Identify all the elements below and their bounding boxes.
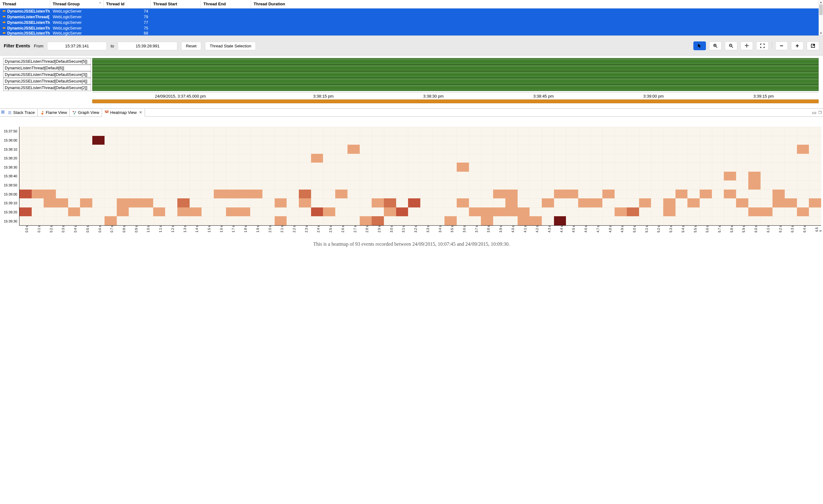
tab-menu-icon[interactable] bbox=[0, 109, 5, 117]
heatmap-cell[interactable] bbox=[785, 198, 797, 207]
tab-heatmap-view[interactable]: Heatmap View✕ bbox=[102, 109, 145, 117]
heatmap-cell[interactable] bbox=[554, 190, 566, 199]
heatmap-cell[interactable] bbox=[457, 163, 469, 172]
heatmap-cell[interactable] bbox=[566, 190, 578, 199]
heatmap-cell[interactable] bbox=[797, 145, 809, 154]
table-row[interactable]: DynamicJSSEListenThrWebLogicServer68 bbox=[0, 31, 823, 35]
plus-button[interactable] bbox=[791, 41, 804, 50]
heatmap-cell[interactable] bbox=[493, 207, 505, 216]
heatmap-cell[interactable] bbox=[117, 207, 129, 216]
table-row[interactable]: DynamicJSSEListenThrWebLogicServer77 bbox=[0, 20, 823, 25]
heatmap-cell[interactable] bbox=[505, 198, 518, 207]
heatmap-cell[interactable] bbox=[153, 207, 165, 216]
heatmap-cell[interactable] bbox=[311, 207, 323, 216]
heatmap-cell[interactable] bbox=[445, 216, 457, 225]
timeline-horizontal-scrollbar[interactable] bbox=[92, 100, 819, 103]
pointer-tool-button[interactable] bbox=[693, 41, 706, 50]
heatmap-cell[interactable] bbox=[615, 207, 627, 216]
heatmap-cell[interactable] bbox=[663, 207, 675, 216]
timeline-row[interactable]: DynamicJSSEListenThread[DefaultSecure[4]… bbox=[0, 78, 823, 85]
to-time-input[interactable] bbox=[118, 42, 177, 50]
heatmap-cell[interactable] bbox=[797, 207, 809, 216]
zoom-in-button[interactable] bbox=[709, 41, 721, 50]
timeline-state-bar[interactable] bbox=[92, 65, 819, 71]
heatmap-cell[interactable] bbox=[372, 216, 384, 225]
column-header[interactable]: Thread Start bbox=[151, 0, 201, 8]
heatmap-cell[interactable] bbox=[19, 190, 32, 199]
heatmap-cell[interactable] bbox=[68, 207, 80, 216]
heatmap-cell[interactable] bbox=[639, 198, 651, 207]
heatmap-cell[interactable] bbox=[687, 198, 700, 207]
heatmap-cell[interactable] bbox=[19, 207, 32, 216]
heatmap-cell[interactable] bbox=[578, 198, 591, 207]
column-header[interactable]: Thread bbox=[0, 0, 50, 8]
heatmap-cell[interactable] bbox=[384, 207, 396, 216]
column-header[interactable]: Thread Group⌃ bbox=[50, 0, 104, 8]
timeline-state-bar[interactable] bbox=[92, 58, 819, 65]
minus-button[interactable] bbox=[775, 41, 788, 50]
timeline-row[interactable]: DynamicJSSEListenThread[DefaultSecure[2]… bbox=[0, 85, 823, 91]
heatmap-cell[interactable] bbox=[773, 198, 785, 207]
heatmap-cell[interactable] bbox=[226, 207, 238, 216]
heatmap-cell[interactable] bbox=[44, 190, 56, 199]
timeline-state-bar[interactable] bbox=[92, 78, 819, 85]
tab-flame-view[interactable]: Flame View bbox=[38, 109, 70, 117]
thread-state-selection-button[interactable]: Thread State Selection bbox=[205, 42, 256, 50]
heatmap-cell[interactable] bbox=[518, 207, 530, 216]
heatmap-cell[interactable] bbox=[542, 198, 554, 207]
heatmap-cell[interactable] bbox=[663, 198, 675, 207]
column-header[interactable]: Thread End bbox=[201, 0, 251, 8]
popout-button[interactable] bbox=[807, 41, 819, 50]
heatmap-cell[interactable] bbox=[761, 207, 773, 216]
scroll-thumb[interactable] bbox=[819, 4, 823, 15]
minimize-view-icon[interactable]: ▭ bbox=[812, 110, 816, 116]
heatmap-cell[interactable] bbox=[384, 198, 396, 207]
heatmap-cell[interactable] bbox=[372, 198, 384, 207]
heatmap-cell[interactable] bbox=[129, 198, 141, 207]
heatmap-cell[interactable] bbox=[627, 207, 639, 216]
heatmap-cell[interactable] bbox=[177, 207, 190, 216]
heatmap-cell[interactable] bbox=[457, 198, 469, 207]
tab-stack-trace[interactable]: Stack Trace bbox=[5, 109, 38, 117]
heatmap-cell[interactable] bbox=[80, 198, 92, 207]
from-time-input[interactable] bbox=[47, 42, 107, 50]
heatmap-cell[interactable] bbox=[518, 216, 530, 225]
heatmap-cell[interactable] bbox=[275, 198, 287, 207]
heatmap-cell[interactable] bbox=[105, 216, 117, 225]
heatmap-cell[interactable] bbox=[190, 207, 202, 216]
heatmap-cell[interactable] bbox=[117, 198, 129, 207]
heatmap-cell[interactable] bbox=[554, 216, 566, 225]
heatmap-cell[interactable] bbox=[529, 216, 542, 225]
pan-button[interactable] bbox=[740, 41, 753, 50]
heatmap-cell[interactable] bbox=[299, 198, 311, 207]
heatmap-cell[interactable] bbox=[250, 190, 263, 199]
heatmap-cell[interactable] bbox=[44, 198, 56, 207]
heatmap-cell[interactable] bbox=[481, 216, 493, 225]
table-row[interactable]: DynamicJSSEListenThrWebLogicServer74 bbox=[0, 8, 823, 14]
heatmap-cell[interactable] bbox=[505, 207, 518, 216]
heatmap-cell[interactable] bbox=[299, 190, 311, 199]
timeline-row[interactable]: DynamicJSSEListenThread[DefaultSecure[3]… bbox=[0, 71, 823, 78]
heatmap-cell[interactable] bbox=[275, 216, 287, 225]
column-header[interactable]: Thread Duration bbox=[251, 0, 823, 8]
heatmap-cell[interactable] bbox=[675, 190, 688, 199]
heatmap-cell[interactable] bbox=[335, 190, 347, 199]
heatmap-cell[interactable] bbox=[724, 190, 736, 199]
heatmap-cell[interactable] bbox=[396, 207, 408, 216]
heatmap-cell[interactable] bbox=[214, 190, 226, 199]
timeline-row[interactable]: DynamicListenThread[Default[6]] bbox=[0, 65, 823, 71]
heatmap-cell[interactable] bbox=[493, 190, 505, 199]
scroll-track[interactable] bbox=[819, 4, 823, 31]
fit-screen-button[interactable] bbox=[756, 41, 769, 50]
heatmap-cell[interactable] bbox=[773, 190, 785, 199]
scroll-up-icon[interactable]: ▲ bbox=[819, 0, 823, 4]
heatmap-cell[interactable] bbox=[311, 154, 323, 163]
reset-button[interactable]: Reset bbox=[181, 42, 201, 50]
heatmap-cell[interactable] bbox=[748, 207, 761, 216]
heatmap-cell[interactable] bbox=[700, 190, 712, 199]
heatmap-cell[interactable] bbox=[736, 198, 748, 207]
heatmap-cell[interactable] bbox=[141, 198, 153, 207]
timeline-state-bar[interactable] bbox=[92, 85, 819, 91]
heatmap-cell[interactable] bbox=[809, 198, 821, 207]
heatmap-cell[interactable] bbox=[724, 172, 736, 181]
